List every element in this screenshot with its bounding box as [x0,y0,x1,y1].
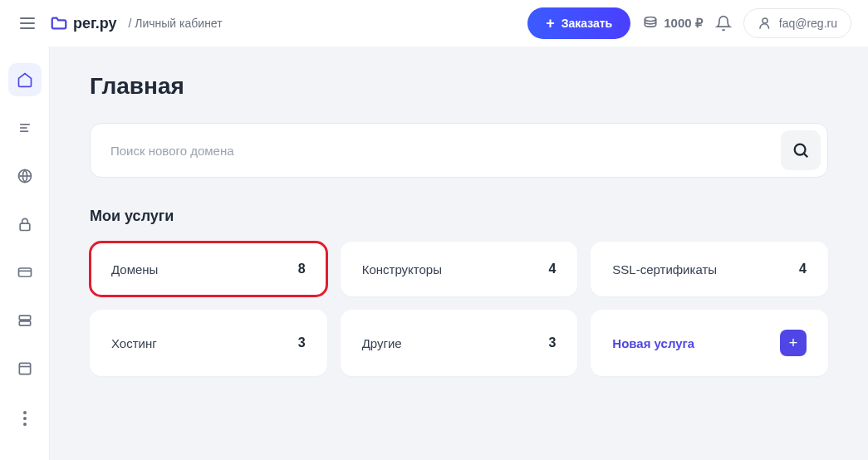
logo-text: рег.ру [73,15,116,32]
balance[interactable]: 1000 ₽ [642,15,704,32]
header-right: + Заказать 1000 ₽ faq@reg.ru [527,7,851,39]
sidebar [0,46,50,460]
card-constructors[interactable]: Конструкторы 4 [341,242,578,296]
card-label: Домены [111,262,158,276]
svg-point-0 [645,17,656,22]
sidebar-item-list[interactable] [8,111,42,144]
svg-rect-7 [20,223,30,230]
svg-line-15 [804,154,808,158]
sidebar-item-globe[interactable] [8,159,42,193]
svg-point-14 [795,144,806,155]
layout: Главная Мои услуги Домены 8 Конструкторы… [0,46,868,460]
svg-rect-10 [19,316,30,320]
card-label: SSL-сертификаты [612,262,717,276]
coins-icon [642,15,659,32]
app-icon [17,360,33,377]
search-bar [90,123,828,178]
card-label: Хостинг [111,336,157,350]
sidebar-item-lock[interactable] [8,208,42,241]
sidebar-item-home[interactable] [8,63,42,96]
services-grid: Домены 8 Конструкторы 4 SSL-сертификаты … [90,242,828,376]
svg-rect-12 [19,363,30,374]
breadcrumb: / Личный кабинет [128,17,222,30]
plus-icon: + [789,335,798,352]
sidebar-item-more[interactable] [8,400,42,433]
card-icon [17,264,33,281]
main: Главная Мои услуги Домены 8 Конструкторы… [50,46,868,460]
user-email: faq@reg.ru [779,17,837,30]
page-title: Главная [90,73,828,100]
search-button[interactable] [781,130,821,170]
svg-rect-8 [18,268,31,276]
search-icon [792,141,810,159]
order-label: Заказать [562,17,613,30]
more-icon [23,411,27,426]
card-hosting[interactable]: Хостинг 3 [90,310,327,376]
order-button[interactable]: + Заказать [527,7,630,39]
card-count: 4 [799,262,807,276]
bell-icon[interactable] [715,15,732,32]
list-icon [17,120,33,136]
lock-icon [17,216,33,232]
svg-rect-11 [19,321,30,325]
sidebar-item-app[interactable] [8,352,42,385]
section-title: Мои услуги [90,208,828,225]
card-count: 3 [548,335,556,350]
card-label: Конструкторы [362,262,442,276]
search-input[interactable] [110,144,781,158]
card-count: 4 [548,262,556,276]
sidebar-item-server[interactable] [8,304,42,337]
header-left: рег.ру / Личный кабинет [17,14,223,32]
folder-icon [50,14,68,32]
sidebar-item-card[interactable] [8,256,42,289]
card-label: Другие [362,336,402,350]
header: рег.ру / Личный кабинет + Заказать 1000 … [0,0,868,46]
balance-text: 1000 ₽ [664,16,704,31]
svg-point-1 [763,18,767,23]
card-domains[interactable]: Домены 8 [90,242,327,296]
home-icon [17,71,33,88]
card-ssl[interactable]: SSL-сертификаты 4 [591,242,828,296]
user-icon [758,16,772,31]
globe-icon [17,168,33,184]
plus-icon: + [546,16,555,31]
server-icon [17,312,33,329]
card-other[interactable]: Другие 3 [341,310,578,376]
logo[interactable]: рег.ру [50,14,116,32]
add-service-button[interactable]: + [780,330,807,356]
card-label: Новая услуга [612,336,694,350]
user-menu[interactable]: faq@reg.ru [743,8,851,38]
menu-toggle[interactable] [17,14,38,32]
card-count: 8 [298,262,306,276]
card-new-service[interactable]: Новая услуга + [591,310,828,376]
card-count: 3 [298,335,306,350]
